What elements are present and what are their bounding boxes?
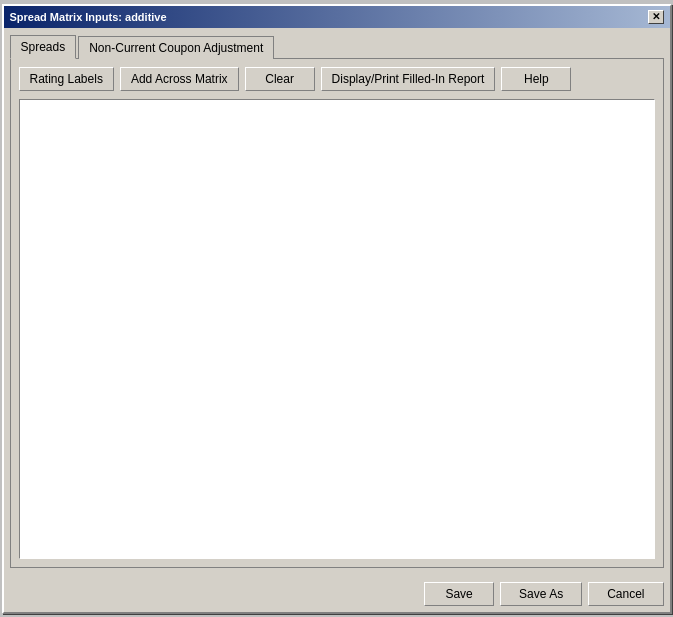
tab-spreads[interactable]: Spreads bbox=[10, 35, 77, 59]
main-window: Spread Matrix Inputs: additive ✕ Spreads… bbox=[2, 4, 672, 614]
window-body: Spreads Non-Current Coupon Adjustment Ra… bbox=[4, 28, 670, 574]
clear-button[interactable]: Clear bbox=[245, 67, 315, 91]
bottom-bar: Save Save As Cancel bbox=[4, 574, 670, 612]
rating-labels-button[interactable]: Rating Labels bbox=[19, 67, 114, 91]
toolbar: Rating Labels Add Across Matrix Clear Di… bbox=[19, 67, 655, 91]
add-across-matrix-button[interactable]: Add Across Matrix bbox=[120, 67, 239, 91]
window-title: Spread Matrix Inputs: additive bbox=[10, 11, 167, 23]
cancel-button[interactable]: Cancel bbox=[588, 582, 663, 606]
close-button[interactable]: ✕ bbox=[648, 10, 664, 24]
display-print-report-button[interactable]: Display/Print Filled-In Report bbox=[321, 67, 496, 91]
save-as-button[interactable]: Save As bbox=[500, 582, 582, 606]
tab-content-spreads: Rating Labels Add Across Matrix Clear Di… bbox=[10, 58, 664, 568]
save-button[interactable]: Save bbox=[424, 582, 494, 606]
help-button[interactable]: Help bbox=[501, 67, 571, 91]
matrix-area bbox=[19, 99, 655, 559]
title-bar: Spread Matrix Inputs: additive ✕ bbox=[4, 6, 670, 28]
tabs-container: Spreads Non-Current Coupon Adjustment bbox=[10, 34, 664, 58]
tab-non-current-coupon[interactable]: Non-Current Coupon Adjustment bbox=[78, 36, 274, 59]
